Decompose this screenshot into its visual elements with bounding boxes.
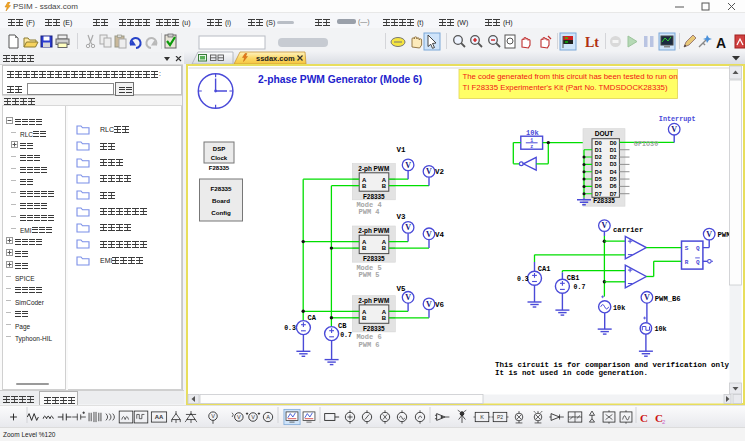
svg-text:P2: P2 [497,414,503,420]
svg-text:V: V [251,414,255,420]
svg-text:V: V [237,414,241,420]
svg-text:A: A [266,414,270,420]
svg-text:K: K [480,414,484,420]
svg-text:V: V [211,413,215,419]
svg-text:AA: AA [155,414,164,420]
svg-text:C: C [640,412,648,424]
svg-text:2: 2 [662,419,666,425]
